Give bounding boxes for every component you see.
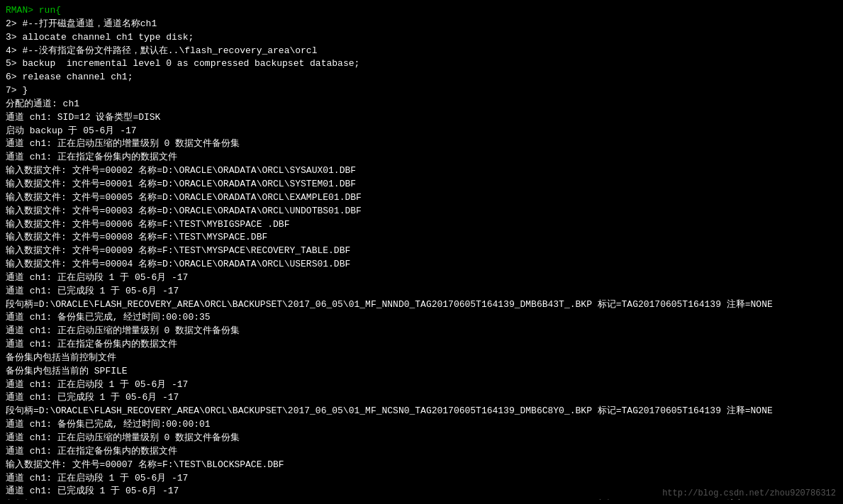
terminal-line: 通道 ch1: 正在指定备份集内的数据文件 <box>6 338 837 352</box>
terminal-line: 输入数据文件: 文件号=00006 名称=F:\TEST\MYBIGSPACE … <box>6 218 837 232</box>
terminal-line: 输入数据文件: 文件号=00005 名称=D:\ORACLE\ORADATA\O… <box>6 191 837 205</box>
terminal-line: 通道 ch1: 备份集已完成, 经过时间:00:00:01 <box>6 418 837 432</box>
terminal-output: RMAN> run{2> #--打开磁盘通道，通道名称ch13> allocat… <box>6 4 837 500</box>
terminal-line: 输入数据文件: 文件号=00008 名称=F:\TEST\MYSPACE.DBF <box>6 231 837 245</box>
terminal-line: 通道 ch1: 备份集已完成, 经过时间:00:00:35 <box>6 311 837 325</box>
terminal-line: 通道 ch1: 已完成段 1 于 05-6月 -17 <box>6 285 837 298</box>
terminal-line: 输入数据文件: 文件号=00003 名称=D:\ORACLE\ORADATA\O… <box>6 205 837 218</box>
terminal-line: 备份集内包括当前的 SPFILE <box>6 365 837 379</box>
terminal-line: 备份集内包括当前控制文件 <box>6 352 837 365</box>
watermark: http://blog.csdn.net/zhou920786312 <box>662 488 836 500</box>
terminal-line: 通道 ch1: 正在启动压缩的增量级别 0 数据文件备份集 <box>6 138 837 151</box>
terminal-line: 通道 ch1: 正在启动压缩的增量级别 0 数据文件备份集 <box>6 325 837 338</box>
terminal-line: 4> #--没有指定备份文件路径，默认在..\flash_recovery_ar… <box>6 45 837 58</box>
terminal-line: 通道 ch1: 正在指定备份集内的数据文件 <box>6 151 837 164</box>
terminal-line: 输入数据文件: 文件号=00001 名称=D:\ORACLE\ORADATA\O… <box>6 178 837 191</box>
terminal-line: 通道 ch1: 正在启动压缩的增量级别 0 数据文件备份集 <box>6 432 837 445</box>
terminal-line: 7> } <box>6 84 837 98</box>
terminal-line: 通道 ch1: 正在启动段 1 于 05-6月 -17 <box>6 379 837 392</box>
terminal-line: 输入数据文件: 文件号=00007 名称=F:\TEST\BLOCKSPACE.… <box>6 459 837 472</box>
terminal-line: 输入数据文件: 文件号=00004 名称=D:\ORACLE\ORADATA\O… <box>6 258 837 271</box>
terminal-line: 通道 ch1: SID=12 设备类型=DISK <box>6 111 837 125</box>
terminal-line: 启动 backup 于 05-6月 -17 <box>6 125 837 138</box>
terminal-line: 段句柄=D:\ORACLE\FLASH_RECOVERY_AREA\ORCL\B… <box>6 405 837 418</box>
terminal-line: 段句柄=D:\ORACLE\FLASH_RECOVERY_AREA\ORCL\B… <box>6 298 837 312</box>
terminal-window: RMAN> run{2> #--打开磁盘通道，通道名称ch13> allocat… <box>6 4 837 500</box>
terminal-line: 通道 ch1: 正在启动段 1 于 05-6月 -17 <box>6 472 837 486</box>
terminal-line: 输入数据文件: 文件号=00009 名称=F:\TEST\MYSPACE\REC… <box>6 245 837 258</box>
terminal-line: 分配的通道: ch1 <box>6 98 837 111</box>
terminal-line: 通道 ch1: 已完成段 1 于 05-6月 -17 <box>6 391 837 405</box>
terminal-line: 3> allocate channel ch1 type disk; <box>6 31 837 45</box>
terminal-line: 5> backup incremental level 0 as compres… <box>6 57 837 71</box>
terminal-line: 通道 ch1: 正在启动段 1 于 05-6月 -17 <box>6 271 837 285</box>
terminal-line: RMAN> run{ <box>6 4 837 18</box>
terminal-line: 通道 ch1: 正在指定备份集内的数据文件 <box>6 445 837 459</box>
terminal-line: 输入数据文件: 文件号=00002 名称=D:\ORACLE\ORADATA\O… <box>6 164 837 178</box>
terminal-line: 6> release channel ch1; <box>6 71 837 84</box>
terminal-line: 2> #--打开磁盘通道，通道名称ch1 <box>6 18 837 31</box>
